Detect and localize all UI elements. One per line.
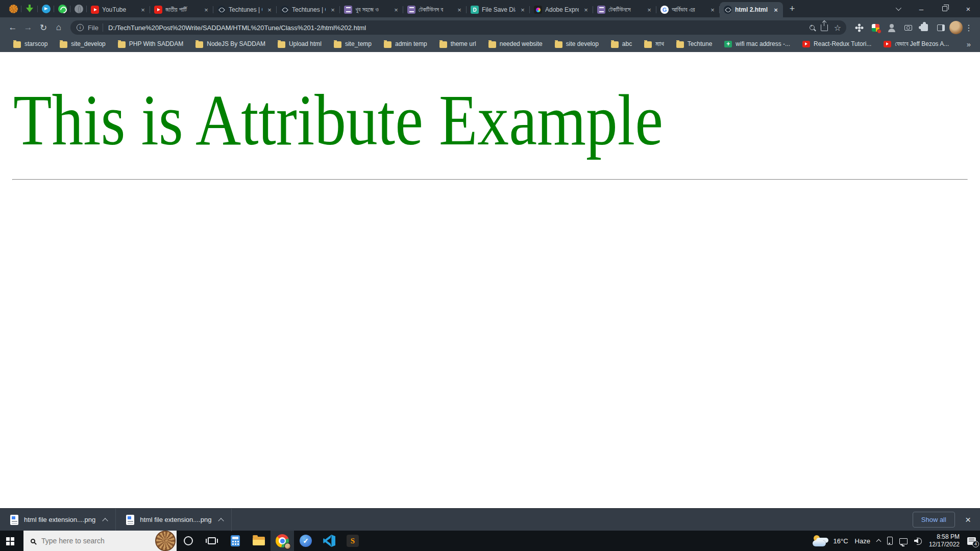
page-info-icon[interactable]: i: [77, 24, 84, 31]
bookmark-icon: [278, 41, 285, 48]
taskbar-clock[interactable]: 8:58 PM 12/17/2022: [929, 533, 960, 548]
tab-close-icon[interactable]: ×: [139, 6, 147, 14]
taskbar-app-task-view[interactable]: [200, 531, 224, 551]
tab[interactable]: Techtunes | C ×: [213, 2, 277, 17]
tab[interactable]: Adobe Expre ×: [530, 2, 593, 17]
profile-avatar[interactable]: [949, 21, 963, 34]
extension-flower-icon[interactable]: [854, 23, 864, 32]
taskbar-app-sublime[interactable]: S: [341, 531, 364, 551]
new-tab-button[interactable]: +: [785, 2, 799, 16]
downloads-close-icon[interactable]: ×: [965, 514, 971, 525]
tab-title: জাতীয় পার্টি: [165, 6, 199, 13]
download-pinned-tab[interactable]: [21, 1, 38, 16]
address-bar[interactable]: i File D:/TechTune%20Post%20Write/SADDAM…: [70, 20, 846, 35]
bookmark-item[interactable]: ম্যাথ: [638, 40, 670, 48]
bookmark-item[interactable]: Upload html: [272, 40, 328, 48]
extension-colorful-icon[interactable]: [871, 23, 880, 32]
download-item[interactable]: html file extension....png: [0, 509, 115, 531]
show-all-button[interactable]: Show all: [913, 512, 955, 528]
search-input[interactable]: [40, 536, 127, 545]
telegram-pinned-tab[interactable]: [38, 1, 54, 16]
whatsapp-pinned-tab[interactable]: [54, 1, 70, 16]
tab[interactable]: আর্বিভাব এর ×: [656, 2, 720, 17]
tab-close-icon[interactable]: ×: [708, 6, 717, 14]
bookmarks-overflow-icon[interactable]: »: [967, 40, 973, 48]
tab-close-icon[interactable]: ×: [265, 6, 274, 14]
bookmark-star-icon[interactable]: ☆: [834, 23, 841, 33]
tab-title: YouTube: [102, 6, 136, 13]
tab[interactable]: খুব সহজে ও ×: [340, 2, 403, 17]
download-item[interactable]: html file extension....png: [116, 509, 231, 531]
volume-icon[interactable]: [914, 537, 922, 544]
file-explorer-icon: [253, 537, 265, 545]
bookmark-item[interactable]: PHP With SADDAM: [112, 40, 189, 48]
tab[interactable]: html 2.html ×: [720, 2, 783, 17]
tab[interactable]: টেকটিউনসে ×: [593, 2, 656, 17]
phone-tray-icon[interactable]: [887, 537, 893, 545]
taskbar-search[interactable]: [23, 531, 177, 551]
bookmark-item[interactable]: React-Redux Tutori...: [796, 40, 877, 47]
taskbar-app-calculator[interactable]: [224, 531, 247, 551]
weather-temperature[interactable]: 16°C: [834, 537, 848, 545]
bookmark-item[interactable]: wifi mac address -...: [718, 40, 796, 47]
restore-button[interactable]: [933, 0, 957, 17]
back-icon[interactable]: ←: [5, 20, 20, 35]
bookmark-item[interactable]: site develop: [549, 40, 605, 48]
extension-badge: [877, 29, 881, 34]
tab-close-icon[interactable]: ×: [202, 6, 210, 14]
extensions-puzzle-icon[interactable]: [920, 23, 929, 32]
bookmark-item[interactable]: site_develop: [54, 40, 111, 48]
taskbar-app-vscode[interactable]: [317, 531, 341, 551]
tab-search-chevron-icon[interactable]: [886, 0, 910, 17]
tab[interactable]: জাতীয় পার্টি ×: [150, 2, 213, 17]
bookmark-item[interactable]: Techtune: [670, 40, 719, 48]
home-icon[interactable]: ⌂: [51, 20, 66, 35]
start-button[interactable]: [0, 531, 23, 551]
tab-close-icon[interactable]: ×: [392, 6, 400, 14]
extension-camera-icon[interactable]: [903, 23, 913, 32]
action-center-icon[interactable]: 4: [967, 537, 976, 545]
download-menu-chevron-icon[interactable]: [103, 518, 108, 523]
taskbar-app-checked[interactable]: ✓: [294, 531, 317, 551]
close-window-button[interactable]: ×: [957, 0, 980, 17]
bookmark-icon: [13, 41, 21, 48]
bookmarks-list: starscop site_develop PHP With SADDAM No…: [7, 40, 967, 48]
tab-close-icon[interactable]: ×: [329, 6, 337, 14]
tab[interactable]: File Save Dia ×: [467, 2, 530, 17]
bookmark-item[interactable]: theme url: [433, 40, 482, 48]
extension-person-icon[interactable]: [887, 23, 896, 32]
reload-icon[interactable]: ↻: [36, 20, 51, 35]
tab-close-icon[interactable]: ×: [645, 6, 653, 14]
bookmark-item[interactable]: site_temp: [328, 40, 378, 48]
bookmark-item[interactable]: needed website: [482, 40, 549, 48]
tab[interactable]: YouTube ×: [87, 2, 150, 17]
bookmark-item[interactable]: admin temp: [378, 40, 433, 48]
side-panel-icon[interactable]: [936, 23, 945, 32]
weather-icon[interactable]: [813, 535, 827, 546]
tray-expand-chevron-icon[interactable]: [876, 539, 881, 544]
bookmark-item[interactable]: abc: [605, 40, 638, 48]
browser-menu-icon[interactable]: ⋮: [963, 23, 975, 33]
bookmark-item[interactable]: NodeJS By SADDAM: [189, 40, 272, 48]
tab-close-icon[interactable]: ×: [519, 6, 527, 14]
tab-close-icon[interactable]: ×: [582, 6, 590, 14]
bookmark-item[interactable]: যেভাবে Jeff Bezos A...: [877, 40, 955, 47]
taskbar-app-cortana[interactable]: [177, 531, 200, 551]
weather-condition[interactable]: Haze: [855, 537, 870, 545]
ornament-pinned-tab[interactable]: [5, 1, 21, 16]
tab[interactable]: টেকটিউনস ব ×: [403, 2, 467, 17]
forward-icon[interactable]: →: [20, 20, 36, 35]
zoom-icon[interactable]: [810, 25, 815, 30]
taskbar-app-chrome[interactable]: [271, 531, 294, 551]
tab-close-icon[interactable]: ×: [455, 6, 463, 14]
tab[interactable]: Techtunes | C ×: [277, 2, 340, 17]
globe-pinned-tab[interactable]: [70, 1, 87, 16]
network-icon[interactable]: [899, 538, 908, 544]
download-menu-chevron-icon[interactable]: [218, 518, 224, 523]
taskbar-app-file-explorer[interactable]: [247, 531, 271, 551]
pinned-tabs: [5, 0, 87, 17]
share-icon[interactable]: [821, 24, 828, 31]
minimize-button[interactable]: –: [910, 0, 933, 17]
tab-close-icon[interactable]: ×: [772, 6, 780, 14]
bookmark-item[interactable]: starscop: [7, 40, 54, 48]
